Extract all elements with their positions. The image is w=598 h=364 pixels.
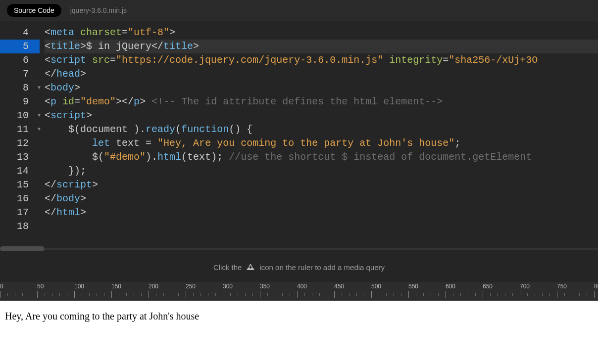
ruler-tick-minor xyxy=(349,293,349,296)
code-line[interactable]: <meta charset="utf-8"> xyxy=(45,26,598,40)
ruler-tick-minor xyxy=(59,293,60,296)
ruler-tick-minor xyxy=(52,293,52,296)
add-media-query-icon xyxy=(246,262,255,272)
ruler-tick-minor xyxy=(15,293,15,296)
line-number[interactable]: 8▼ xyxy=(0,81,40,95)
ruler-tick-minor xyxy=(7,293,8,296)
code-line[interactable]: </script> xyxy=(45,178,598,192)
ruler-tick-minor xyxy=(587,293,587,296)
current-file-label[interactable]: jquery-3.6.0.min.js xyxy=(70,6,127,14)
ruler-tick-minor xyxy=(45,293,45,296)
code-line[interactable]: }); xyxy=(45,164,598,178)
ruler-tick-minor xyxy=(564,293,565,296)
code-line[interactable]: let text = "Hey, Are you coming to the p… xyxy=(45,136,598,150)
line-number-gutter[interactable]: 45678▼910▼11▼12131415161718 xyxy=(0,21,40,252)
ruler-tick-minor xyxy=(475,293,476,296)
ruler-tick-minor xyxy=(512,293,513,296)
line-number[interactable]: 16 xyxy=(0,192,40,206)
ruler-tick-minor xyxy=(312,293,312,296)
media-query-ruler[interactable]: 0501001502002503003504004505005506006507… xyxy=(0,282,598,301)
scrollbar-track[interactable] xyxy=(45,248,598,250)
line-number[interactable]: 7 xyxy=(0,67,40,81)
code-line[interactable]: <p id="demo"></p> <!-- The id attribute … xyxy=(45,95,598,109)
ruler-tick-minor xyxy=(230,293,231,296)
preview-output-text: Hey, Are you coming to the party at John… xyxy=(5,311,593,322)
code-line[interactable]: <body> xyxy=(45,81,598,95)
ruler-tick-minor xyxy=(386,293,387,296)
code-line[interactable]: </head> xyxy=(45,67,598,81)
ruler-tick-minor xyxy=(178,293,179,296)
ruler-tick-minor xyxy=(275,293,275,296)
ruler-tick-minor xyxy=(490,293,491,296)
ruler-tick-minor xyxy=(423,293,424,296)
code-line[interactable] xyxy=(45,220,598,233)
ruler-tick-minor xyxy=(126,293,127,296)
ruler-tick-minor xyxy=(200,293,201,296)
code-line[interactable]: <script src="https://code.jquery.com/jqu… xyxy=(45,53,598,67)
ruler-tick-minor xyxy=(97,293,97,296)
line-number[interactable]: 18 xyxy=(0,220,40,233)
ruler-tick-minor xyxy=(549,293,550,296)
code-line[interactable]: </body> xyxy=(45,192,598,206)
ruler-tick-minor xyxy=(134,293,134,296)
ruler-tick-minor xyxy=(542,293,543,296)
ruler-tick-minor xyxy=(67,293,67,296)
ruler-tick-minor xyxy=(304,293,305,296)
line-number[interactable]: 12 xyxy=(0,136,40,150)
ruler-tick-minor xyxy=(468,293,468,296)
ruler-tick-minor xyxy=(245,293,246,296)
code-line[interactable]: $("#demo").html(text); //use the shortcu… xyxy=(45,150,598,164)
ruler-tick-minor xyxy=(453,293,453,296)
line-number[interactable]: 6 xyxy=(0,53,40,67)
line-number[interactable]: 4 xyxy=(0,26,40,40)
ruler-tick-minor xyxy=(89,293,90,296)
ruler-tick-minor xyxy=(319,293,320,296)
line-number[interactable]: 17 xyxy=(0,206,40,220)
line-number[interactable]: 11▼ xyxy=(0,123,40,136)
ruler-tick-minor xyxy=(82,293,82,296)
ruler-tick-minor xyxy=(171,293,171,296)
ruler-tick-minor xyxy=(215,293,216,296)
line-number[interactable]: 13 xyxy=(0,150,40,164)
ruler-tick-minor xyxy=(30,293,30,296)
ruler-tick-minor xyxy=(364,293,364,296)
ruler-tick-minor xyxy=(460,293,461,296)
ruler-tick-minor xyxy=(394,293,394,296)
hint-text-right: icon on the ruler to add a media query xyxy=(259,263,385,272)
ruler-tick-minor xyxy=(252,293,253,296)
editor-toolbar: Source Code jquery-3.6.0.min.js xyxy=(0,0,598,21)
ruler-tick-minor xyxy=(163,293,164,296)
code-area[interactable]: <meta charset="utf-8"><title>$ in jQuery… xyxy=(40,21,598,233)
ruler-tick-minor xyxy=(104,293,104,296)
ruler-tick-minor xyxy=(527,293,528,296)
ruler-tick-minor xyxy=(579,293,580,296)
ruler-tick-minor xyxy=(290,293,290,296)
ruler-tick-minor xyxy=(156,293,156,296)
code-editor[interactable]: 45678▼910▼11▼12131415161718 <meta charse… xyxy=(0,21,598,252)
ruler-tick-minor xyxy=(572,293,572,296)
ruler-tick-minor xyxy=(416,293,416,296)
ruler-tick-minor xyxy=(282,293,283,296)
line-number[interactable]: 14 xyxy=(0,164,40,178)
line-number[interactable]: 10▼ xyxy=(0,109,40,123)
code-line[interactable]: <title>$ in jQuery</title> xyxy=(45,40,598,53)
horizontal-scrollbar[interactable] xyxy=(0,245,598,252)
ruler-tick-minor xyxy=(238,293,238,296)
ruler-tick-minor xyxy=(498,293,498,296)
ruler-tick-minor xyxy=(438,293,439,296)
line-number[interactable]: 5 xyxy=(0,40,40,53)
media-query-hint: Click the icon on the ruler to add a med… xyxy=(0,252,598,282)
ruler-tick-minor xyxy=(327,293,327,296)
line-number[interactable]: 15 xyxy=(0,178,40,192)
svg-rect-2 xyxy=(249,267,252,268)
ruler-tick-minor xyxy=(356,293,357,296)
scrollbar-thumb[interactable] xyxy=(0,246,45,251)
code-line[interactable]: <script> xyxy=(45,109,598,123)
source-pill[interactable]: Source Code xyxy=(7,4,61,17)
ruler-tick-minor xyxy=(208,293,208,296)
code-line[interactable]: $(document ).ready(function() { xyxy=(45,123,598,136)
ruler-tick-minor xyxy=(505,293,505,296)
code-line[interactable]: </html> xyxy=(45,206,598,220)
ruler-tick-minor xyxy=(401,293,401,296)
line-number[interactable]: 9 xyxy=(0,95,40,109)
